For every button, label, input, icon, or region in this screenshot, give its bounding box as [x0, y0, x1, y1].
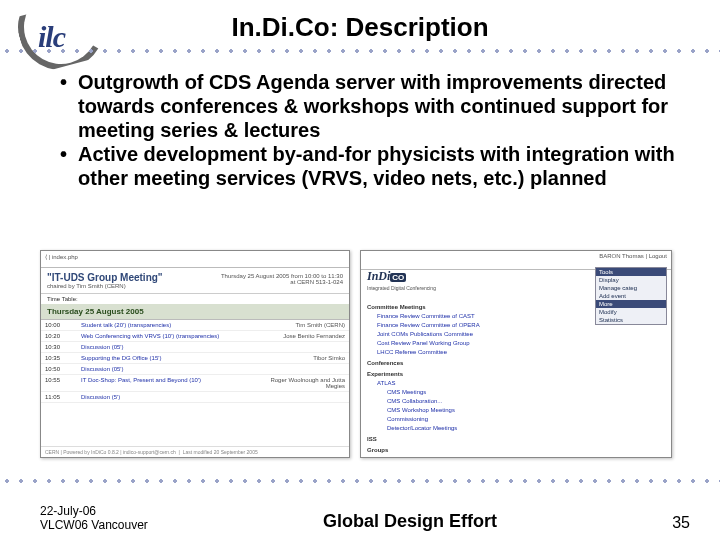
category-tree: Committee Meetings Finance Review Commit… [367, 301, 593, 458]
embedded-screenshots: ⟨ | index.php "IT-UDS Group Meeting" cha… [40, 250, 670, 460]
indico-home-screenshot: BARON Thomas | Logout InDiCO Integrated … [360, 250, 672, 458]
tree-item: CMS Meetings [367, 388, 593, 397]
timetable-screenshot: ⟨ | index.php "IT-UDS Group Meeting" cha… [40, 250, 350, 458]
slide-footer: 22-July-06 VLCW06 Vancouver Global Desig… [40, 504, 690, 532]
tree-section: Committee Meetings [367, 303, 593, 312]
date-header: Thursday 25 August 2005 [41, 304, 349, 320]
tree-item: Finance Review Committee of OPERA [367, 321, 593, 330]
tree-item: CMS Collaboration... [367, 397, 593, 406]
tool-item: Statistics [596, 316, 666, 324]
tree-item: Finance Review Committee of CAST [367, 312, 593, 321]
divider-top [0, 48, 720, 54]
table-row: 10:30Discussion (05') [41, 342, 349, 353]
tree-section: Experiments [367, 370, 593, 379]
footer-place: VLCW06 Vancouver [40, 518, 148, 532]
tool-item: Display [596, 276, 666, 284]
tree-item: APC section [367, 455, 593, 458]
tools-header: Tools [596, 268, 666, 276]
tools-panel: Tools Display Manage categ Add event Mor… [595, 267, 667, 325]
shot-footer-right: Last modified 20 September 2005 [183, 449, 258, 455]
tool-item: Modify [596, 308, 666, 316]
indico-tagline: Integrated Digital Conferencing [367, 285, 436, 291]
footer-date: 22-July-06 [40, 504, 96, 518]
tool-item: Add event [596, 292, 666, 300]
table-row: 10:55IT Doc-Shop: Past, Present and Beyo… [41, 375, 349, 392]
tree-section: Groups [367, 446, 593, 455]
bullet-1: Outgrowth of CDS Agenda server with impr… [60, 70, 690, 142]
slide-title: In.Di.Co: Description [0, 12, 720, 43]
footer-center: Global Design Effort [323, 511, 497, 532]
shot-footer-left: CERN | Powered by InDiCo 0.8.2 | indico-… [45, 449, 176, 455]
table-row: 10:00Student talk (20') (transparencies)… [41, 320, 349, 331]
tree-item: Cost Review Panel Working Group [367, 339, 593, 348]
tree-item: CMS Workshop Meetings [367, 406, 593, 415]
tree-item: ATLAS [367, 379, 593, 388]
table-row: 11:05Discussion (5') [41, 392, 349, 403]
tree-item: Detector/Locator Meetings [367, 424, 593, 433]
browser-toolbar: ⟨ | index.php [41, 251, 349, 268]
bullet-2: Active development by-and-for physicists… [60, 142, 690, 190]
table-row: 10:20Web Conferencing with VRVS (10') (t… [41, 331, 349, 342]
more-header: More [596, 300, 666, 308]
tree-section: ISS [367, 435, 593, 444]
tree-item: Commissioning [367, 415, 593, 424]
divider-bottom [0, 478, 720, 484]
tree-item: Joint COMs Publications Committee [367, 330, 593, 339]
meeting-where: at CERN 513-1-024 [290, 279, 343, 285]
tree-section: Conferences [367, 359, 593, 368]
tree-item: LHCC Referee Committee [367, 348, 593, 357]
slide-body: Outgrowth of CDS Agenda server with impr… [60, 70, 690, 190]
page-number: 35 [672, 514, 690, 532]
tool-item: Manage categ [596, 284, 666, 292]
table-row: 10:50Discussion (05') [41, 364, 349, 375]
indico-logo: InDiCO [367, 269, 406, 284]
timetable-label: Time Table: [41, 294, 349, 304]
timetable: 10:00Student talk (20') (transparencies)… [41, 320, 349, 403]
table-row: 10:35Supporting the DG Office (15')Tibor… [41, 353, 349, 364]
